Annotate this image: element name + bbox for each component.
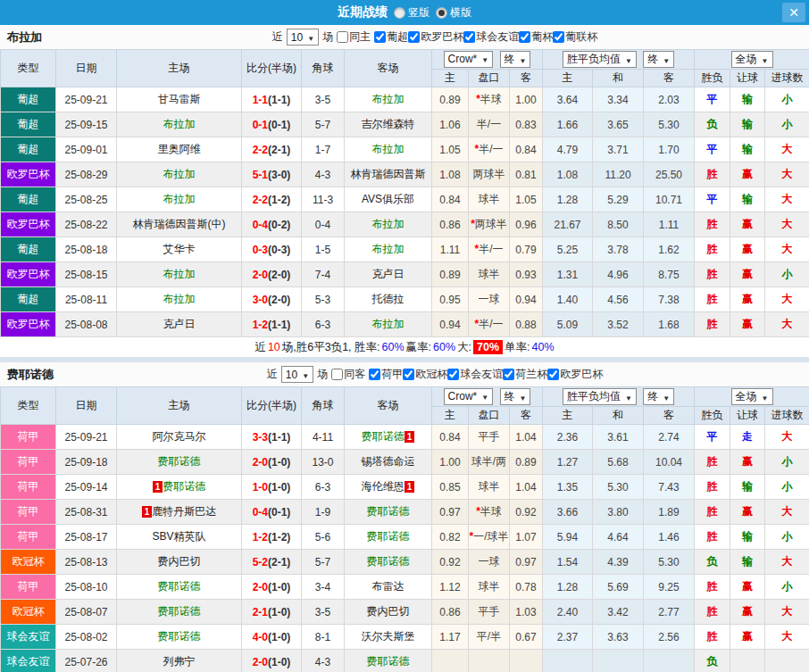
same-home-checkbox[interactable] [337, 31, 348, 43]
team-name-text: 海伦维恩 [362, 480, 404, 493]
half-score: (3-0) [268, 169, 290, 181]
odds-company-select[interactable]: Crow* [444, 388, 494, 405]
odds-away-cell [510, 650, 543, 672]
league-filter-葡联杯[interactable]: 葡联杯 [553, 29, 597, 45]
near-label: 近 [267, 367, 278, 382]
odds-final-select[interactable]: 终 [500, 51, 531, 68]
score-cell: 1-0(1-0) [242, 475, 302, 500]
col-avg-home: 主 [543, 407, 593, 425]
odds-home-cell: 0.86 [432, 212, 469, 237]
outcome-cell: 胜 [695, 475, 730, 500]
games-count-select[interactable]: 10 [287, 29, 319, 46]
handicap-result-cell: 赢 [730, 625, 765, 650]
handicap-cell: *半/一 [469, 237, 510, 262]
full-match-select[interactable]: 全场 [731, 51, 773, 68]
same-away-checkbox[interactable] [331, 369, 343, 380]
league-cell: 荷甲 [1, 475, 56, 500]
avg-draw-cell: 3.63 [593, 625, 644, 650]
handicap-result-cell [730, 650, 765, 672]
odds-home-cell: 0.94 [432, 312, 469, 337]
games-count-select[interactable]: 10 [281, 366, 313, 383]
avg-draw-cell: 3.42 [593, 600, 644, 625]
league-checkbox[interactable] [447, 369, 459, 380]
avg-win-cell: 1.54 [543, 550, 593, 575]
league-checkbox[interactable] [369, 369, 380, 380]
league-checkbox[interactable] [503, 369, 514, 380]
avg-win-cell: 1.28 [543, 187, 593, 212]
league-filter-荷甲[interactable]: 荷甲 [369, 367, 403, 382]
date-cell: 25-08-29 [56, 162, 117, 187]
half-score: (1-0) [268, 606, 290, 618]
away-team-cell: 费内巴切 [345, 600, 432, 625]
full-score: 2-2 [253, 194, 268, 206]
team-name-text: 林肯瑞德因普斯 [351, 168, 426, 180]
full-score: 2-0 [253, 456, 268, 469]
close-button[interactable]: ✕ [782, 3, 805, 22]
goals-cell: 小 [765, 525, 809, 550]
radio-unselected-icon[interactable] [394, 7, 405, 19]
goals-cell: 小 [765, 575, 809, 600]
league-checkbox[interactable] [463, 31, 475, 43]
handicap-text: 一/球半 [473, 530, 508, 543]
goals-cell: 小 [765, 450, 809, 475]
league-checkbox[interactable] [519, 31, 530, 43]
layout-horizontal-radio[interactable]: 横版 [436, 5, 471, 21]
league-filter-欧罗巴杯[interactable]: 欧罗巴杯 [408, 29, 463, 45]
league-filter-球会友谊[interactable]: 球会友谊 [463, 29, 519, 45]
away-team-cell: 吉尔维森特 [345, 112, 432, 137]
same-home-filter[interactable]: 同主 [337, 29, 371, 45]
league-filter-荷兰杯[interactable]: 荷兰杯 [503, 367, 547, 382]
summary-part: 近 [254, 340, 266, 355]
league-checkbox[interactable] [374, 31, 386, 43]
odds-home-cell: 0.89 [432, 262, 469, 287]
chevron-down-icon [762, 391, 769, 403]
home-team-cell: 费耶诺德 [117, 625, 242, 650]
league-checkbox[interactable] [408, 31, 420, 43]
handicap-cell: 平手 [469, 600, 510, 625]
league-filter-欧冠杯[interactable]: 欧冠杯 [403, 367, 447, 382]
home-team-cell: 布拉加 [117, 287, 242, 312]
handicap-result-cell: 赢 [730, 500, 765, 525]
league-cell: 荷甲 [1, 425, 56, 450]
full-match-select[interactable]: 全场 [731, 388, 773, 405]
handicap-cell: 球半 [469, 475, 510, 500]
handicap-result-cell: 赢 [730, 600, 765, 625]
same-away-filter[interactable]: 同客 [331, 367, 365, 382]
avg-win-cell: 1.27 [543, 450, 593, 475]
outcome-cell: 胜 [695, 237, 730, 262]
corner-cell: 4-3 [302, 162, 345, 187]
league-checkbox[interactable] [547, 369, 559, 380]
odds-home-cell: 0.92 [432, 550, 469, 575]
team-name-text: 费耶诺德 [158, 455, 201, 468]
radio-selected-icon[interactable] [436, 7, 447, 19]
avg-draw-cell: 3.71 [593, 137, 644, 162]
league-checkbox[interactable] [403, 369, 414, 380]
league-checkbox[interactable] [553, 31, 564, 43]
match-row: 葡超25-08-18艾华卡0-3(0-3)1-5布拉加1.11*半/一0.795… [1, 237, 809, 262]
avg-final-select[interactable]: 终 [643, 51, 674, 68]
team-name-text: 里奥阿维 [158, 143, 201, 155]
league-filter-葡超[interactable]: 葡超 [374, 29, 408, 45]
odds-away-cell: 0.92 [510, 500, 543, 525]
league-filter-球会友谊[interactable]: 球会友谊 [447, 367, 503, 382]
layout-vertical-radio[interactable]: 竖版 [394, 5, 430, 21]
avg-final-select[interactable]: 终 [643, 388, 674, 405]
odds-final-select[interactable]: 终 [500, 388, 531, 405]
league-filter-欧罗巴杯[interactable]: 欧罗巴杯 [547, 367, 603, 382]
odds-home-cell: 0.86 [432, 600, 469, 625]
goals-cell [765, 650, 809, 672]
away-team-cell: 布拉加 [345, 237, 432, 262]
league-cell: 葡超 [1, 187, 56, 212]
corner-cell: 1-7 [302, 137, 345, 162]
handicap-text: 球半/两 [471, 455, 506, 468]
odds-away-cell: 0.83 [510, 112, 543, 137]
avg-type-select[interactable]: 胜平负均值 [563, 51, 637, 68]
dialog-title: 近期战绩 [338, 4, 388, 21]
avg-type-select[interactable]: 胜平负均值 [563, 388, 637, 405]
league-filter-葡杯[interactable]: 葡杯 [519, 29, 553, 45]
half-score: (1-1) [268, 319, 290, 331]
away-team-cell: 费耶诺德1 [345, 425, 432, 450]
odds-company-select[interactable]: Crow* [444, 51, 494, 68]
score-cell: 2-2(2-1) [242, 137, 302, 162]
summary-part: 60% [382, 341, 404, 353]
